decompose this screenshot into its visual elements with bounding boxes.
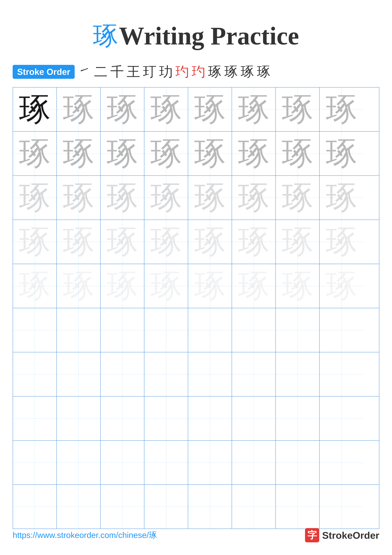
grid-cell[interactable] <box>57 308 100 352</box>
grid-cell[interactable]: 琢 <box>57 176 100 219</box>
grid-cell[interactable]: 琢 <box>100 264 144 308</box>
grid-cell[interactable]: 琢 <box>144 264 188 308</box>
grid-cell[interactable]: 琢 <box>188 132 232 175</box>
grid-cell[interactable]: 琢 <box>232 264 276 308</box>
stroke-char-7: 玓 <box>176 63 189 81</box>
grid-cell[interactable]: 琢 <box>188 88 232 131</box>
grid-cell[interactable] <box>57 352 100 396</box>
grid-row-2: 琢 琢 琢 琢 琢 琢 琢 琢 <box>13 132 379 176</box>
grid-cell[interactable]: 琢 <box>276 220 320 264</box>
grid-cell[interactable]: 琢 <box>13 88 57 131</box>
grid-cell[interactable] <box>232 396 276 440</box>
grid-row-1: 琢 琢 琢 琢 琢 琢 琢 琢 <box>13 88 379 132</box>
grid-cell[interactable]: 琢 <box>188 176 232 219</box>
grid-cell[interactable]: 琢 <box>276 264 320 308</box>
grid-cell[interactable]: 琢 <box>320 220 363 264</box>
grid-cell[interactable] <box>276 352 320 396</box>
grid-cell[interactable] <box>188 352 232 396</box>
stroke-char-8: 玓 <box>192 63 205 81</box>
grid-cell[interactable]: 琢 <box>100 88 144 131</box>
grid-cell[interactable]: 琢 <box>13 220 57 264</box>
grid-cell[interactable]: 琢 <box>188 264 232 308</box>
grid-cell[interactable] <box>188 441 232 484</box>
grid-cell[interactable] <box>144 308 188 352</box>
grid-cell[interactable]: 琢 <box>320 132 363 175</box>
grid-cell[interactable] <box>13 352 57 396</box>
grid-row-6 <box>13 308 379 352</box>
grid-cell[interactable] <box>276 396 320 440</box>
grid-cell[interactable]: 琢 <box>57 220 100 264</box>
grid-cell[interactable]: 琢 <box>320 176 363 219</box>
grid-cell[interactable] <box>232 308 276 352</box>
stroke-char-11: 琢 <box>241 63 254 81</box>
grid-cell[interactable] <box>144 485 188 529</box>
grid-row-7 <box>13 352 379 396</box>
grid-cell[interactable] <box>100 485 144 529</box>
grid-cell[interactable]: 琢 <box>57 88 100 131</box>
grid-cell[interactable]: 琢 <box>276 132 320 175</box>
grid-cell[interactable] <box>320 352 363 396</box>
stroke-char-10: 琢 <box>224 63 238 81</box>
grid-cell[interactable] <box>232 485 276 529</box>
stroke-char-4: 王 <box>127 63 140 81</box>
grid-cell[interactable] <box>232 441 276 484</box>
grid-cell[interactable] <box>188 485 232 529</box>
stroke-char-3: 千 <box>110 63 124 81</box>
footer: https://www.strokeorder.com/chinese/琢 字 … <box>13 528 379 542</box>
grid-cell[interactable] <box>57 485 100 529</box>
grid-cell[interactable] <box>57 441 100 484</box>
grid-cell[interactable]: 琢 <box>276 176 320 219</box>
grid-cell[interactable]: 琢 <box>144 132 188 175</box>
grid-cell[interactable]: 琢 <box>13 176 57 219</box>
grid-cell[interactable]: 琢 <box>232 220 276 264</box>
grid-cell[interactable]: 琢 <box>188 220 232 264</box>
stroke-char-6: 玏 <box>159 63 173 81</box>
grid-cell[interactable] <box>232 352 276 396</box>
grid-cell[interactable] <box>144 352 188 396</box>
grid-cell[interactable]: 琢 <box>57 264 100 308</box>
stroke-char-2: 二 <box>94 63 107 81</box>
grid-cell[interactable]: 琢 <box>144 220 188 264</box>
grid-cell[interactable] <box>100 352 144 396</box>
grid-cell[interactable] <box>320 308 363 352</box>
grid-cell[interactable] <box>144 396 188 440</box>
grid-cell[interactable] <box>188 396 232 440</box>
grid-cell[interactable]: 琢 <box>13 132 57 175</box>
grid-cell[interactable]: 琢 <box>232 88 276 131</box>
brand-icon: 字 <box>305 528 319 542</box>
grid-cell[interactable]: 琢 <box>144 176 188 219</box>
practice-grid: 琢 琢 琢 琢 琢 琢 琢 琢 琢 琢 琢 琢 琢 琢 琢 琢 琢 琢 琢 琢 … <box>13 87 379 529</box>
grid-cell[interactable]: 琢 <box>100 132 144 175</box>
stroke-order-chars: ㇀ 二 千 王 玎 玏 玓 玓 琢 琢 琢 琢 <box>78 63 271 81</box>
grid-cell[interactable] <box>57 396 100 440</box>
grid-cell[interactable] <box>13 308 57 352</box>
grid-cell[interactable] <box>320 441 363 484</box>
grid-cell[interactable]: 琢 <box>13 264 57 308</box>
footer-url[interactable]: https://www.strokeorder.com/chinese/琢 <box>13 530 157 541</box>
grid-cell[interactable]: 琢 <box>232 176 276 219</box>
grid-cell[interactable]: 琢 <box>100 176 144 219</box>
grid-cell[interactable] <box>100 396 144 440</box>
grid-cell[interactable]: 琢 <box>57 132 100 175</box>
grid-cell[interactable] <box>276 485 320 529</box>
grid-cell[interactable]: 琢 <box>276 88 320 131</box>
grid-cell[interactable] <box>144 441 188 484</box>
grid-cell[interactable] <box>100 308 144 352</box>
grid-cell[interactable] <box>13 396 57 440</box>
grid-cell[interactable]: 琢 <box>320 88 363 131</box>
grid-cell[interactable]: 琢 <box>100 220 144 264</box>
grid-cell[interactable] <box>320 396 363 440</box>
grid-cell[interactable] <box>276 441 320 484</box>
grid-cell[interactable] <box>13 441 57 484</box>
grid-row-4: 琢 琢 琢 琢 琢 琢 琢 琢 <box>13 220 379 264</box>
grid-cell[interactable] <box>100 441 144 484</box>
stroke-char-1: ㇀ <box>78 63 91 81</box>
grid-row-10 <box>13 485 379 529</box>
grid-cell[interactable]: 琢 <box>144 88 188 131</box>
grid-cell[interactable] <box>188 308 232 352</box>
grid-cell[interactable] <box>320 485 363 529</box>
grid-cell[interactable] <box>13 485 57 529</box>
grid-cell[interactable] <box>276 308 320 352</box>
grid-cell[interactable]: 琢 <box>232 132 276 175</box>
grid-cell[interactable]: 琢 <box>320 264 363 308</box>
